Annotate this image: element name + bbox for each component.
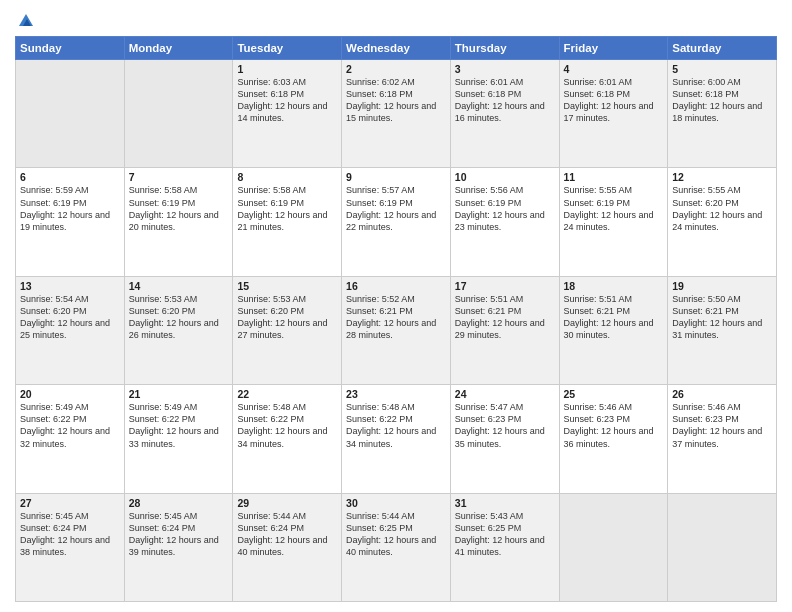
calendar-cell: 7Sunrise: 5:58 AMSunset: 6:19 PMDaylight…	[124, 168, 233, 276]
calendar-cell: 30Sunrise: 5:44 AMSunset: 6:25 PMDayligh…	[342, 493, 451, 601]
day-info: Sunrise: 5:43 AMSunset: 6:25 PMDaylight:…	[455, 510, 555, 559]
day-info: Sunrise: 5:50 AMSunset: 6:21 PMDaylight:…	[672, 293, 772, 342]
header	[15, 10, 777, 30]
calendar-week-row: 13Sunrise: 5:54 AMSunset: 6:20 PMDayligh…	[16, 276, 777, 384]
calendar-cell: 23Sunrise: 5:48 AMSunset: 6:22 PMDayligh…	[342, 385, 451, 493]
calendar-cell: 18Sunrise: 5:51 AMSunset: 6:21 PMDayligh…	[559, 276, 668, 384]
day-info: Sunrise: 5:49 AMSunset: 6:22 PMDaylight:…	[20, 401, 120, 450]
calendar-cell: 9Sunrise: 5:57 AMSunset: 6:19 PMDaylight…	[342, 168, 451, 276]
day-info: Sunrise: 5:54 AMSunset: 6:20 PMDaylight:…	[20, 293, 120, 342]
day-number: 27	[20, 497, 120, 509]
day-number: 11	[564, 171, 664, 183]
day-number: 12	[672, 171, 772, 183]
day-info: Sunrise: 5:45 AMSunset: 6:24 PMDaylight:…	[129, 510, 229, 559]
calendar-cell: 15Sunrise: 5:53 AMSunset: 6:20 PMDayligh…	[233, 276, 342, 384]
calendar-cell: 12Sunrise: 5:55 AMSunset: 6:20 PMDayligh…	[668, 168, 777, 276]
calendar-cell: 11Sunrise: 5:55 AMSunset: 6:19 PMDayligh…	[559, 168, 668, 276]
calendar-cell: 28Sunrise: 5:45 AMSunset: 6:24 PMDayligh…	[124, 493, 233, 601]
page: SundayMondayTuesdayWednesdayThursdayFrid…	[0, 0, 792, 612]
calendar-cell: 3Sunrise: 6:01 AMSunset: 6:18 PMDaylight…	[450, 60, 559, 168]
day-info: Sunrise: 5:52 AMSunset: 6:21 PMDaylight:…	[346, 293, 446, 342]
calendar-cell: 22Sunrise: 5:48 AMSunset: 6:22 PMDayligh…	[233, 385, 342, 493]
day-info: Sunrise: 5:53 AMSunset: 6:20 PMDaylight:…	[129, 293, 229, 342]
calendar-week-row: 1Sunrise: 6:03 AMSunset: 6:18 PMDaylight…	[16, 60, 777, 168]
day-number: 7	[129, 171, 229, 183]
day-number: 1	[237, 63, 337, 75]
day-number: 28	[129, 497, 229, 509]
header-day-friday: Friday	[559, 37, 668, 60]
day-info: Sunrise: 5:45 AMSunset: 6:24 PMDaylight:…	[20, 510, 120, 559]
day-info: Sunrise: 5:58 AMSunset: 6:19 PMDaylight:…	[237, 184, 337, 233]
day-info: Sunrise: 5:44 AMSunset: 6:25 PMDaylight:…	[346, 510, 446, 559]
day-info: Sunrise: 5:53 AMSunset: 6:20 PMDaylight:…	[237, 293, 337, 342]
day-number: 21	[129, 388, 229, 400]
day-info: Sunrise: 5:59 AMSunset: 6:19 PMDaylight:…	[20, 184, 120, 233]
calendar-cell: 5Sunrise: 6:00 AMSunset: 6:18 PMDaylight…	[668, 60, 777, 168]
calendar-cell: 24Sunrise: 5:47 AMSunset: 6:23 PMDayligh…	[450, 385, 559, 493]
calendar-week-row: 6Sunrise: 5:59 AMSunset: 6:19 PMDaylight…	[16, 168, 777, 276]
calendar-cell	[124, 60, 233, 168]
calendar-week-row: 27Sunrise: 5:45 AMSunset: 6:24 PMDayligh…	[16, 493, 777, 601]
header-day-wednesday: Wednesday	[342, 37, 451, 60]
day-number: 15	[237, 280, 337, 292]
day-info: Sunrise: 5:51 AMSunset: 6:21 PMDaylight:…	[564, 293, 664, 342]
day-number: 18	[564, 280, 664, 292]
calendar-week-row: 20Sunrise: 5:49 AMSunset: 6:22 PMDayligh…	[16, 385, 777, 493]
calendar-cell: 16Sunrise: 5:52 AMSunset: 6:21 PMDayligh…	[342, 276, 451, 384]
day-number: 4	[564, 63, 664, 75]
day-info: Sunrise: 5:51 AMSunset: 6:21 PMDaylight:…	[455, 293, 555, 342]
calendar-cell: 17Sunrise: 5:51 AMSunset: 6:21 PMDayligh…	[450, 276, 559, 384]
day-number: 3	[455, 63, 555, 75]
calendar-cell: 1Sunrise: 6:03 AMSunset: 6:18 PMDaylight…	[233, 60, 342, 168]
day-info: Sunrise: 5:46 AMSunset: 6:23 PMDaylight:…	[672, 401, 772, 450]
header-day-monday: Monday	[124, 37, 233, 60]
day-number: 26	[672, 388, 772, 400]
day-info: Sunrise: 6:01 AMSunset: 6:18 PMDaylight:…	[455, 76, 555, 125]
day-info: Sunrise: 6:03 AMSunset: 6:18 PMDaylight:…	[237, 76, 337, 125]
day-number: 9	[346, 171, 446, 183]
day-info: Sunrise: 5:47 AMSunset: 6:23 PMDaylight:…	[455, 401, 555, 450]
calendar-cell: 31Sunrise: 5:43 AMSunset: 6:25 PMDayligh…	[450, 493, 559, 601]
day-number: 20	[20, 388, 120, 400]
calendar-cell: 13Sunrise: 5:54 AMSunset: 6:20 PMDayligh…	[16, 276, 125, 384]
day-info: Sunrise: 5:48 AMSunset: 6:22 PMDaylight:…	[237, 401, 337, 450]
calendar-cell: 6Sunrise: 5:59 AMSunset: 6:19 PMDaylight…	[16, 168, 125, 276]
day-info: Sunrise: 5:48 AMSunset: 6:22 PMDaylight:…	[346, 401, 446, 450]
day-number: 31	[455, 497, 555, 509]
day-number: 17	[455, 280, 555, 292]
day-info: Sunrise: 6:00 AMSunset: 6:18 PMDaylight:…	[672, 76, 772, 125]
day-number: 16	[346, 280, 446, 292]
day-info: Sunrise: 5:58 AMSunset: 6:19 PMDaylight:…	[129, 184, 229, 233]
calendar-cell: 21Sunrise: 5:49 AMSunset: 6:22 PMDayligh…	[124, 385, 233, 493]
day-number: 25	[564, 388, 664, 400]
logo-icon	[17, 12, 35, 30]
day-number: 29	[237, 497, 337, 509]
header-day-thursday: Thursday	[450, 37, 559, 60]
header-day-sunday: Sunday	[16, 37, 125, 60]
day-info: Sunrise: 6:02 AMSunset: 6:18 PMDaylight:…	[346, 76, 446, 125]
day-number: 8	[237, 171, 337, 183]
calendar-cell: 14Sunrise: 5:53 AMSunset: 6:20 PMDayligh…	[124, 276, 233, 384]
day-info: Sunrise: 5:44 AMSunset: 6:24 PMDaylight:…	[237, 510, 337, 559]
calendar-cell: 8Sunrise: 5:58 AMSunset: 6:19 PMDaylight…	[233, 168, 342, 276]
calendar-cell: 27Sunrise: 5:45 AMSunset: 6:24 PMDayligh…	[16, 493, 125, 601]
logo	[15, 10, 35, 30]
day-info: Sunrise: 6:01 AMSunset: 6:18 PMDaylight:…	[564, 76, 664, 125]
calendar-cell	[16, 60, 125, 168]
day-info: Sunrise: 5:55 AMSunset: 6:20 PMDaylight:…	[672, 184, 772, 233]
day-info: Sunrise: 5:49 AMSunset: 6:22 PMDaylight:…	[129, 401, 229, 450]
calendar-cell: 29Sunrise: 5:44 AMSunset: 6:24 PMDayligh…	[233, 493, 342, 601]
calendar-cell	[668, 493, 777, 601]
calendar-cell: 19Sunrise: 5:50 AMSunset: 6:21 PMDayligh…	[668, 276, 777, 384]
calendar-cell: 4Sunrise: 6:01 AMSunset: 6:18 PMDaylight…	[559, 60, 668, 168]
day-number: 6	[20, 171, 120, 183]
day-number: 24	[455, 388, 555, 400]
day-number: 30	[346, 497, 446, 509]
day-info: Sunrise: 5:46 AMSunset: 6:23 PMDaylight:…	[564, 401, 664, 450]
day-number: 14	[129, 280, 229, 292]
day-number: 19	[672, 280, 772, 292]
day-number: 22	[237, 388, 337, 400]
day-info: Sunrise: 5:55 AMSunset: 6:19 PMDaylight:…	[564, 184, 664, 233]
day-number: 10	[455, 171, 555, 183]
day-number: 5	[672, 63, 772, 75]
